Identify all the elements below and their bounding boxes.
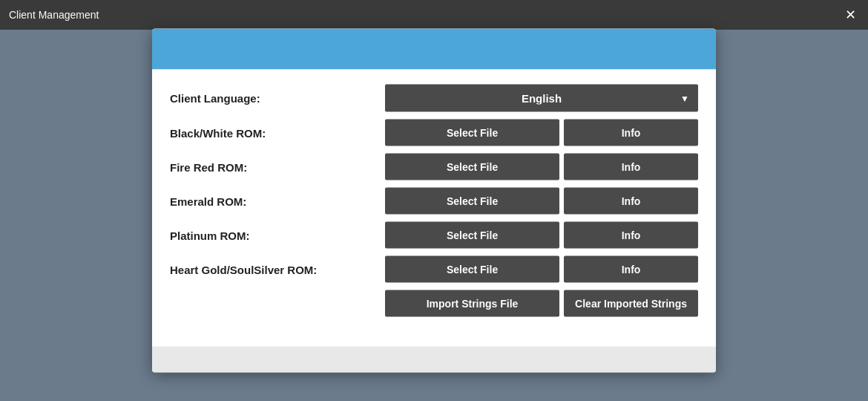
firered-rom-label: Fire Red ROM: [170,160,385,173]
platinum-rom-label: Platinum ROM: [170,229,385,241]
language-controls: English Japanese French German Spanish I… [385,85,698,112]
language-label: Client Language: [170,92,385,105]
hgss-rom-controls: Select File Info [385,256,698,283]
language-row: Client Language: English Japanese French… [170,85,698,112]
bw-rom-controls: Select File Info [385,120,698,146]
hgss-rom-label: Heart Gold/SoulSilver ROM: [170,263,385,276]
firered-info-button[interactable]: Info [564,154,698,180]
dialog-footer [152,347,716,373]
firered-rom-controls: Select File Info [385,154,698,180]
hgss-select-file-button[interactable]: Select File [385,256,559,283]
emerald-rom-controls: Select File Info [385,188,698,215]
bw-info-button[interactable]: Info [564,120,698,146]
bw-rom-label: Black/White ROM: [170,126,385,139]
window: Client Management ✕ Client Language: Eng… [0,0,868,401]
bw-rom-row: Black/White ROM: Select File Info [170,120,698,146]
strings-controls: Import Strings File Clear Imported Strin… [385,290,698,317]
titlebar: Client Management ✕ [0,0,868,30]
clear-strings-button[interactable]: Clear Imported Strings [564,290,698,317]
firered-rom-row: Fire Red ROM: Select File Info [170,154,698,180]
platinum-rom-controls: Select File Info [385,222,698,249]
firered-select-file-button[interactable]: Select File [385,154,559,180]
dialog: Client Language: English Japanese French… [152,29,716,373]
hgss-rom-row: Heart Gold/SoulSilver ROM: Select File I… [170,256,698,283]
platinum-rom-row: Platinum ROM: Select File Info [170,222,698,249]
emerald-info-button[interactable]: Info [564,188,698,215]
platinum-select-file-button[interactable]: Select File [385,222,559,249]
emerald-select-file-button[interactable]: Select File [385,188,559,215]
emerald-rom-row: Emerald ROM: Select File Info [170,188,698,215]
bw-select-file-button[interactable]: Select File [385,120,559,146]
dialog-header [152,29,716,70]
emerald-rom-label: Emerald ROM: [170,195,385,207]
window-title: Client Management [9,9,99,21]
platinum-info-button[interactable]: Info [564,222,698,249]
hgss-info-button[interactable]: Info [564,256,698,283]
language-select[interactable]: English Japanese French German Spanish I… [385,85,698,112]
language-select-wrapper: English Japanese French German Spanish I… [385,85,698,112]
import-strings-button[interactable]: Import Strings File [385,290,559,317]
strings-row: Import Strings File Clear Imported Strin… [170,290,698,317]
close-button[interactable]: ✕ [842,7,859,23]
dialog-body: Client Language: English Japanese French… [152,70,716,347]
